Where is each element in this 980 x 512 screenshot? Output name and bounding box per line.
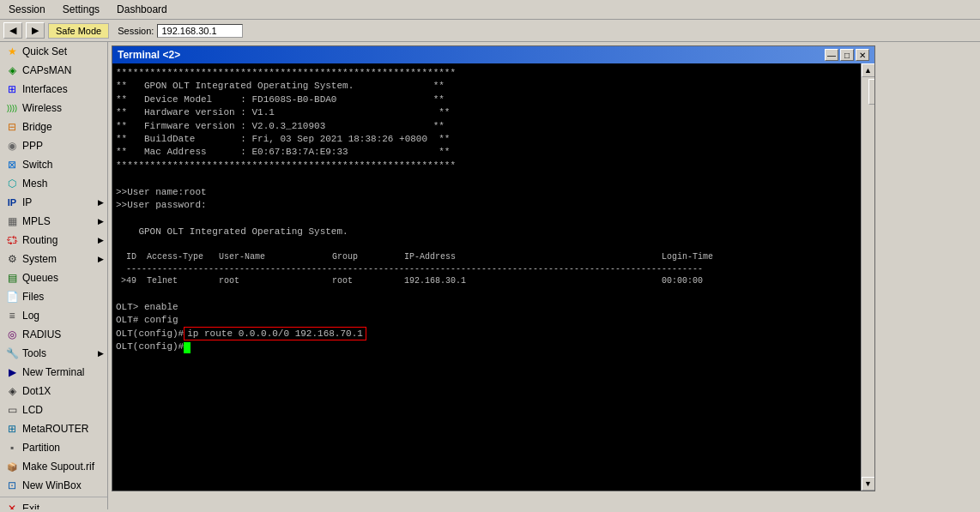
terminal-line: OLT(config)#ip route 0.0.0.0/0 192.168.7…: [116, 328, 857, 340]
terminal-line: ****************************************…: [116, 160, 857, 172]
sidebar-item-ip[interactable]: IP IP ▶: [0, 193, 107, 212]
new-terminal-icon: ▶: [5, 365, 19, 379]
terminal-line: >>User name:root: [116, 186, 857, 199]
dot1x-icon: ◈: [5, 384, 19, 398]
sidebar-label-ppp: PPP: [22, 140, 43, 152]
bridge-icon: ⊟: [5, 120, 19, 134]
sidebar-item-wireless[interactable]: )))) Wireless: [0, 99, 107, 117]
sidebar-label-switch: Switch: [22, 159, 52, 171]
capsman-icon: ◈: [5, 63, 19, 77]
terminal-line: >49 Telnet root root 192.168.30.1 00:00:…: [116, 275, 857, 287]
sidebar-item-mesh[interactable]: ⬡ Mesh: [0, 174, 107, 193]
exit-icon: ✕: [5, 502, 19, 509]
terminal-line: [116, 172, 857, 185]
terminal-minimize-button[interactable]: —: [825, 49, 838, 61]
menu-session[interactable]: Session: [3, 2, 51, 17]
terminal-window: Terminal <2> — □ ✕ *********************…: [112, 45, 875, 491]
terminal-controls: — □ ✕: [825, 49, 869, 61]
sidebar-item-lcd[interactable]: ▭ LCD: [0, 401, 107, 419]
files-icon: 📄: [5, 290, 19, 304]
terminal-last-line: OLT(config)#: [116, 340, 857, 353]
menu-bar: Session Settings Dashboard: [0, 0, 980, 20]
sidebar-item-bridge[interactable]: ⊟ Bridge: [0, 117, 107, 136]
sidebar-item-tools[interactable]: 🔧 Tools ▶: [0, 344, 107, 363]
back-button[interactable]: ◀: [3, 22, 22, 39]
sidebar-label-tools: Tools: [22, 347, 46, 359]
mesh-icon: ⬡: [5, 177, 19, 190]
quick-set-icon: ★: [5, 45, 19, 58]
tools-icon: 🔧: [5, 346, 19, 360]
terminal-line: ** Hardware version : V1.1 **: [116, 106, 857, 119]
sidebar-item-make-supout[interactable]: 📦 Make Supout.rif: [0, 457, 107, 476]
sidebar: ★ Quick Set ◈ CAPsMAN ⊞ Interfaces )))) …: [0, 42, 108, 509]
terminal-scrollbar[interactable]: ▲ ▼: [861, 63, 874, 491]
sidebar-item-log[interactable]: ≡ Log: [0, 306, 107, 325]
sidebar-label-make-supout: Make Supout.rif: [22, 461, 94, 473]
sidebar-label-system: System: [22, 253, 57, 265]
sidebar-item-metarouter[interactable]: ⊞ MetaROUTER: [0, 419, 107, 438]
terminal-line: GPON OLT Integrated Operating System.: [116, 226, 857, 238]
sidebar-item-switch[interactable]: ⊠ Switch: [0, 155, 107, 174]
highlighted-command: ip route 0.0.0.0/0 192.168.70.1: [184, 327, 366, 340]
terminal-maximize-button[interactable]: □: [840, 49, 854, 61]
sidebar-item-files[interactable]: 📄 Files: [0, 287, 107, 306]
sidebar-label-dot1x: Dot1X: [22, 385, 51, 397]
sidebar-item-partition[interactable]: ▪ Partition: [0, 438, 107, 457]
sidebar-label-exit: Exit: [22, 503, 39, 509]
sidebar-item-ppp[interactable]: ◉ PPP: [0, 136, 107, 155]
sidebar-item-new-winbox[interactable]: ⊡ New WinBox: [0, 476, 107, 495]
sidebar-separator: [0, 497, 107, 497]
sidebar-label-mesh: Mesh: [22, 178, 47, 190]
terminal-line: ----------------------------------------…: [116, 263, 857, 275]
sidebar-item-exit[interactable]: ✕ Exit: [0, 499, 107, 509]
routing-arrow: ▶: [98, 236, 104, 244]
ip-icon: IP: [5, 196, 19, 209]
terminal-title: Terminal <2>: [118, 49, 180, 61]
sidebar-label-ip: IP: [22, 196, 32, 208]
session-label: Session:: [118, 24, 243, 38]
interfaces-icon: ⊞: [5, 82, 19, 96]
terminal-line: [116, 238, 857, 251]
terminal-line: ** Device Model : FD1608S-B0-BDA0 **: [116, 93, 857, 106]
sidebar-label-queues: Queues: [22, 272, 58, 284]
sidebar-label-bridge: Bridge: [22, 121, 52, 133]
sidebar-label-quick-set: Quick Set: [22, 45, 67, 57]
sidebar-item-quick-set[interactable]: ★ Quick Set: [0, 42, 107, 61]
log-icon: ≡: [5, 309, 19, 322]
terminal-line: OLT> enable: [116, 301, 857, 314]
sidebar-item-capsman[interactable]: ◈ CAPsMAN: [0, 61, 107, 80]
mpls-icon: ▦: [5, 214, 19, 228]
terminal-line: ** GPON OLT Integrated Operating System.…: [116, 80, 857, 93]
sidebar-item-interfaces[interactable]: ⊞ Interfaces: [0, 80, 107, 99]
scroll-up-button[interactable]: ▲: [862, 63, 875, 77]
scroll-down-button[interactable]: ▼: [862, 477, 875, 491]
menu-settings[interactable]: Settings: [57, 2, 105, 17]
terminal-line: OLT# config: [116, 314, 857, 327]
terminal-line: ID Access-Type User-Name Group IP-Addres…: [116, 251, 857, 263]
terminal-body[interactable]: ****************************************…: [112, 63, 861, 491]
sidebar-item-dot1x[interactable]: ◈ Dot1X: [0, 382, 107, 401]
session-input[interactable]: [157, 24, 243, 38]
sidebar-item-routing[interactable]: ⮔ Routing ▶: [0, 231, 107, 250]
sidebar-label-capsman: CAPsMAN: [22, 64, 71, 76]
terminal-close-button[interactable]: ✕: [856, 49, 869, 61]
switch-icon: ⊠: [5, 158, 19, 172]
sidebar-label-wireless: Wireless: [22, 102, 62, 114]
sidebar-item-system[interactable]: ⚙ System ▶: [0, 250, 107, 268]
menu-dashboard[interactable]: Dashboard: [112, 2, 172, 17]
sidebar-item-mpls[interactable]: ▦ MPLS ▶: [0, 212, 107, 231]
toolbar: ◀ ▶ Safe Mode Session:: [0, 20, 980, 42]
sidebar-item-queues[interactable]: ▤ Queues: [0, 268, 107, 287]
sidebar-item-new-terminal[interactable]: ▶ New Terminal: [0, 363, 107, 382]
safe-mode-button[interactable]: Safe Mode: [48, 23, 109, 39]
sidebar-item-radius[interactable]: ◎ RADIUS: [0, 325, 107, 344]
sidebar-label-metarouter: MetaROUTER: [22, 423, 88, 435]
terminal-titlebar: Terminal <2> — □ ✕: [112, 46, 874, 63]
sidebar-label-mpls: MPLS: [22, 215, 51, 227]
scroll-thumb[interactable]: [868, 79, 875, 105]
partition-icon: ▪: [5, 441, 19, 455]
tools-arrow: ▶: [98, 349, 104, 358]
system-icon: ⚙: [5, 252, 19, 266]
terminal-line: [116, 287, 857, 300]
forward-button[interactable]: ▶: [26, 22, 45, 39]
